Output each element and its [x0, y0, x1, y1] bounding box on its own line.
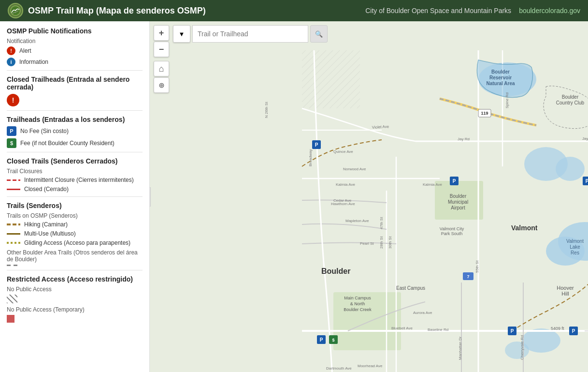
no-public-access-label: No Public Access	[7, 286, 143, 293]
parking-marker-8: P	[569, 327, 578, 335]
sidebar-collapse-button[interactable]: ‹	[150, 187, 151, 207]
map-background: 7 7 P P P	[150, 21, 588, 372]
svg-text:Aurora Ave: Aurora Ave	[413, 311, 432, 315]
svg-text:Valmont: Valmont	[566, 238, 584, 244]
svg-text:30th St: 30th St	[388, 236, 392, 249]
svg-text:Violet Ave: Violet Ave	[372, 124, 389, 130]
intermittent-closure-icon	[7, 179, 20, 181]
home-button[interactable]: ⌂	[154, 61, 169, 76]
search-submit-button[interactable]: 🔍	[310, 25, 328, 43]
no-public-access-temp-label: No Public Access (Temporary)	[7, 306, 143, 313]
svg-text:P: P	[511, 328, 514, 334]
notification-label: Notification	[7, 38, 143, 45]
gliding-trail-icon	[7, 242, 20, 244]
search-dropdown-button[interactable]: ▼	[173, 25, 190, 43]
svg-text:Bluebell Ave: Bluebell Ave	[391, 326, 413, 330]
information-label: Information	[19, 59, 48, 65]
fee-legend-item: $ Fee (if not Boulder County Resident)	[7, 138, 143, 148]
app-header: OSMP Trail Map (Mapa de senderos OSMP) C…	[0, 0, 588, 21]
svg-text:Park South: Park South	[441, 231, 463, 236]
hiking-trail-icon	[7, 223, 20, 225]
no-fee-legend-item: P No Fee (Sin costo)	[7, 126, 143, 136]
svg-text:47th St: 47th St	[379, 217, 384, 229]
hiking-trail-item: Hiking (Caminar)	[7, 221, 143, 228]
parking-marker-1: P	[312, 140, 321, 149]
svg-text:Boulder Creek: Boulder Creek	[344, 307, 372, 312]
svg-text:Main Campus: Main Campus	[344, 296, 371, 300]
svg-text:P: P	[453, 179, 456, 184]
parking-marker-6: P	[317, 335, 326, 344]
svg-text:East Campus: East Campus	[396, 285, 425, 291]
svg-text:Dartmouth Ave: Dartmouth Ave	[326, 366, 352, 371]
svg-text:Res: Res	[571, 250, 579, 255]
location-button[interactable]: ◎	[154, 77, 169, 93]
fee-label: Fee (if not Boulder County Resident)	[20, 140, 115, 147]
svg-text:Natural Area: Natural Area	[486, 81, 515, 86]
alert-legend-item: ! Alert	[7, 46, 143, 55]
svg-text:Quince Ave: Quince Ave	[333, 149, 353, 154]
svg-text:Hill: Hill	[561, 291, 569, 297]
svg-text:Country Club: Country Club	[556, 100, 585, 105]
svg-text:Moorhead Ave: Moorhead Ave	[358, 364, 383, 368]
divider-4	[7, 196, 143, 197]
svg-text:Mapleton Ave: Mapleton Ave	[345, 219, 369, 223]
svg-text:Jay Rd: Jay Rd	[458, 137, 470, 141]
svg-text:Boulder: Boulder	[562, 94, 579, 100]
parking-marker-5: P	[508, 327, 516, 335]
svg-text:Airport: Airport	[451, 205, 465, 210]
svg-text:7: 7	[467, 274, 469, 279]
no-fee-label: No Fee (Sin costo)	[20, 128, 69, 134]
gliding-trail-item: Gliding Access (Acceso para parapentes)	[7, 239, 143, 246]
no-access-temp-item	[7, 315, 143, 323]
svg-text:P: P	[315, 142, 318, 148]
svg-text:Jay Rd: Jay Rd	[582, 136, 588, 141]
svg-text:Reservoir: Reservoir	[489, 75, 512, 80]
info-icon: i	[7, 58, 15, 66]
closed-trail-icon	[7, 189, 20, 190]
svg-text:P: P	[586, 179, 588, 184]
svg-text:Pearl St: Pearl St	[360, 241, 374, 246]
other-trail-item	[7, 265, 143, 266]
divider-3	[7, 152, 143, 152]
svg-text:Municipal: Municipal	[448, 199, 468, 205]
website-link[interactable]: bouldercolorado.gov	[519, 7, 580, 15]
parking-marker-7: $	[329, 335, 338, 344]
closed-label: Closed (Cerrado)	[24, 186, 69, 193]
restricted-access-title: Restricted Access (Acceso restringido)	[7, 275, 143, 283]
zoom-in-button[interactable]: +	[154, 25, 169, 41]
multiuse-label: Multi-Use (Multiuso)	[24, 230, 76, 237]
intermittent-closure-item: Intermittent Closure (Cierres intermiten…	[7, 177, 143, 183]
svg-text:Kalmia Ave: Kalmia Ave	[423, 182, 442, 187]
legend-sidebar: OSMP Public Notifications Notification !…	[0, 21, 150, 372]
search-icon: 🔍	[315, 30, 323, 38]
svg-rect-15	[302, 50, 360, 108]
intermittent-closure-label: Intermittent Closure (Cierres intermiten…	[24, 177, 134, 183]
divider-2	[7, 110, 143, 111]
hiking-label: Hiking (Caminar)	[24, 221, 68, 228]
svg-text:5409 ft: 5409 ft	[551, 326, 564, 331]
gliding-label: Gliding Access (Acceso para parapentes)	[24, 239, 130, 246]
dropdown-icon: ▼	[179, 30, 185, 38]
svg-point-6	[556, 157, 585, 181]
agency-name: City of Boulder Open Space and Mountain …	[365, 7, 511, 15]
search-input[interactable]	[192, 25, 308, 43]
svg-point-8	[505, 342, 529, 359]
map-container[interactable]: ‹	[150, 21, 588, 372]
svg-text:55th St: 55th St	[475, 260, 479, 273]
location-icon: ◎	[159, 82, 164, 89]
no-access-temp-icon	[7, 315, 14, 323]
svg-text:Kalmia Ave: Kalmia Ave	[336, 182, 355, 187]
trails-on-osmp-label: Trails on OSMP (Senderos)	[7, 212, 143, 219]
svg-text:N 26th St: N 26th St	[264, 102, 269, 118]
svg-text:Cedar Ave: Cedar Ave	[333, 198, 352, 203]
main-content: OSMP Public Notifications Notification !…	[0, 21, 588, 372]
divider-5	[7, 270, 143, 270]
svg-rect-10	[333, 292, 401, 350]
svg-text:Hoover: Hoover	[557, 285, 574, 291]
trail-closures-label: Trail Closures	[7, 168, 143, 175]
zoom-out-button[interactable]: −	[154, 42, 169, 57]
parking-marker-2: P	[450, 177, 459, 185]
svg-text:Lake: Lake	[570, 244, 580, 250]
closed-trail-item: Closed (Cerrado)	[7, 186, 143, 193]
svg-text:Broadway: Broadway	[308, 149, 313, 166]
